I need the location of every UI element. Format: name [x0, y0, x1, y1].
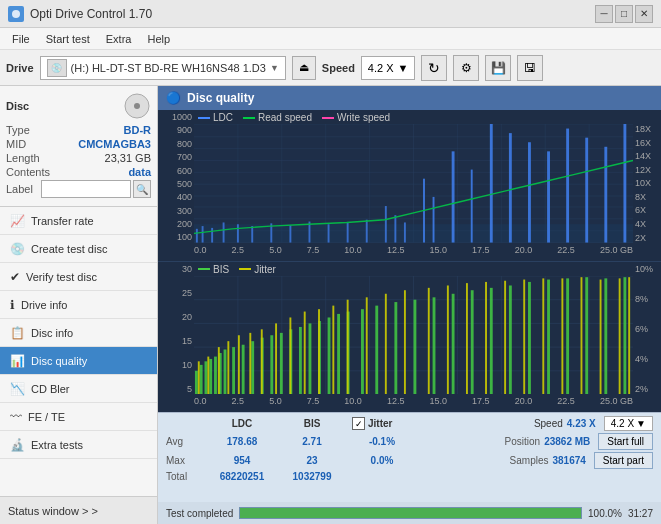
close-button[interactable]: ✕ — [635, 5, 653, 23]
stats-panel: LDC BIS ✓ Jitter Speed 4.23 X 4.2 X ▼ — [158, 412, 661, 502]
svg-rect-106 — [227, 341, 229, 394]
label-input[interactable] — [41, 180, 131, 198]
svg-rect-110 — [275, 323, 277, 394]
y1-label-600: 600 — [177, 166, 192, 176]
app-title: Opti Drive Control 1.70 — [30, 7, 152, 21]
x2-20: 20.0 — [515, 396, 533, 406]
max-ldc: 954 — [202, 455, 282, 466]
disc-quality-label: Disc quality — [31, 355, 87, 367]
save-button[interactable]: 🖫 — [517, 55, 543, 81]
svg-point-0 — [12, 10, 20, 18]
svg-rect-127 — [581, 277, 583, 394]
status-window-button[interactable]: Status window > > — [0, 496, 157, 524]
chart2-svg — [194, 276, 633, 395]
y1-label-500: 500 — [177, 179, 192, 189]
maximize-button[interactable]: □ — [615, 5, 633, 23]
svg-rect-76 — [242, 344, 245, 394]
speed-select[interactable]: 4.2 X ▼ — [361, 56, 416, 80]
y1r-16x: 16X — [635, 138, 651, 148]
stats-row-max: Max 954 23 0.0% Samples 381674 Start par… — [158, 451, 661, 470]
y1r-4x: 4X — [635, 219, 646, 229]
y1-label-900: 900 — [177, 125, 192, 135]
y2r-10pct: 10% — [635, 264, 653, 274]
start-full-button[interactable]: Start full — [598, 433, 653, 450]
menu-help[interactable]: Help — [139, 31, 178, 47]
menu-extra[interactable]: Extra — [98, 31, 140, 47]
svg-rect-92 — [433, 297, 436, 394]
y2r-6pct: 6% — [635, 324, 648, 334]
svg-rect-97 — [528, 281, 531, 394]
chart2-bis: 30 25 20 15 10 5 10% 8% 6% 4% 2% — [158, 262, 661, 413]
sidebar-item-verify-test-disc[interactable]: ✔ Verify test disc — [0, 263, 157, 291]
charts-area: 1000 900 800 700 600 500 400 300 200 100… — [158, 110, 661, 412]
start-part-button-wrap: Start part — [594, 452, 653, 469]
speed-value: 4.2 X — [368, 62, 394, 74]
menu-start-test[interactable]: Start test — [38, 31, 98, 47]
svg-rect-126 — [561, 278, 563, 394]
y1-label-400: 400 — [177, 192, 192, 202]
max-bis: 23 — [282, 455, 342, 466]
svg-rect-103 — [198, 361, 200, 394]
avg-bis: 2.71 — [282, 436, 342, 447]
disc-button[interactable]: 💾 — [485, 55, 511, 81]
refresh-button[interactable]: ↻ — [421, 55, 447, 81]
legend-read-label: Read speed — [258, 112, 312, 123]
sidebar-item-fe-te[interactable]: 〰 FE / TE — [0, 403, 157, 431]
svg-rect-68 — [195, 370, 198, 394]
sidebar-item-cd-bler[interactable]: 📉 CD Bler — [0, 375, 157, 403]
speed-info-value: 4.23 X — [567, 418, 596, 429]
svg-rect-105 — [218, 347, 220, 394]
svg-rect-100 — [585, 277, 588, 394]
svg-rect-125 — [542, 278, 544, 394]
svg-rect-91 — [414, 299, 417, 394]
svg-rect-122 — [485, 281, 487, 394]
svg-rect-118 — [404, 290, 406, 394]
svg-rect-71 — [209, 358, 212, 394]
label-search-button[interactable]: 🔍 — [133, 180, 151, 198]
drive-select[interactable]: 💿 (H:) HL-DT-ST BD-RE WH16NS48 1.D3 ▼ — [40, 56, 286, 80]
sidebar-item-drive-info[interactable]: ℹ Drive info — [0, 291, 157, 319]
sidebar: Disc Type BD-R MID CMCMAGBA3 Length 23,3… — [0, 86, 158, 524]
settings-button[interactable]: ⚙ — [453, 55, 479, 81]
y2-15: 15 — [182, 336, 192, 346]
menu-file[interactable]: File — [4, 31, 38, 47]
y1-label-100: 100 — [177, 232, 192, 242]
svg-rect-107 — [238, 335, 240, 394]
col-header-ldc: LDC — [202, 418, 282, 429]
cd-bler-icon: 📉 — [10, 382, 25, 396]
svg-rect-99 — [566, 278, 569, 394]
speed-select-arrow: ▼ — [636, 418, 646, 429]
cd-bler-label: CD Bler — [31, 383, 70, 395]
eject-button[interactable]: ⏏ — [292, 56, 316, 80]
disc-quality-icon: 📊 — [10, 354, 25, 368]
main: Disc Type BD-R MID CMCMAGBA3 Length 23,3… — [0, 86, 661, 524]
legend-write-label: Write speed — [337, 112, 390, 123]
bottom-bar: Test completed 100.0% 31:27 — [158, 502, 661, 524]
y2-25: 25 — [182, 288, 192, 298]
svg-rect-51 — [194, 124, 633, 243]
chart1-svg — [194, 124, 633, 243]
stats-row-avg: Avg 178.68 2.71 -0.1% Position 23862 MB … — [158, 432, 661, 451]
sidebar-item-transfer-rate[interactable]: 📈 Transfer rate — [0, 207, 157, 235]
svg-rect-79 — [270, 335, 273, 394]
contents-value: data — [128, 166, 151, 178]
sidebar-item-extra-tests[interactable]: 🔬 Extra tests — [0, 431, 157, 459]
sidebar-item-create-test-disc[interactable]: 💿 Create test disc — [0, 235, 157, 263]
y1-label-300: 300 — [177, 206, 192, 216]
minimize-button[interactable]: ─ — [595, 5, 613, 23]
sidebar-item-disc-quality[interactable]: 📊 Disc quality — [0, 347, 157, 375]
speed-select-stats[interactable]: 4.2 X ▼ — [604, 416, 653, 431]
svg-rect-96 — [509, 285, 512, 394]
y1r-8x: 8X — [635, 192, 646, 202]
sidebar-item-disc-info[interactable]: 📋 Disc info — [0, 319, 157, 347]
start-part-button[interactable]: Start part — [594, 452, 653, 469]
svg-rect-102 — [623, 277, 626, 394]
chart1-ldc: 1000 900 800 700 600 500 400 300 200 100… — [158, 110, 661, 262]
x1-15: 15.0 — [430, 245, 448, 255]
svg-rect-94 — [471, 290, 474, 394]
speed-dropdown-arrow: ▼ — [398, 62, 409, 74]
jitter-checkbox[interactable]: ✓ — [352, 417, 365, 430]
svg-rect-113 — [318, 309, 320, 394]
fe-te-icon: 〰 — [10, 410, 22, 424]
transfer-rate-label: Transfer rate — [31, 215, 94, 227]
